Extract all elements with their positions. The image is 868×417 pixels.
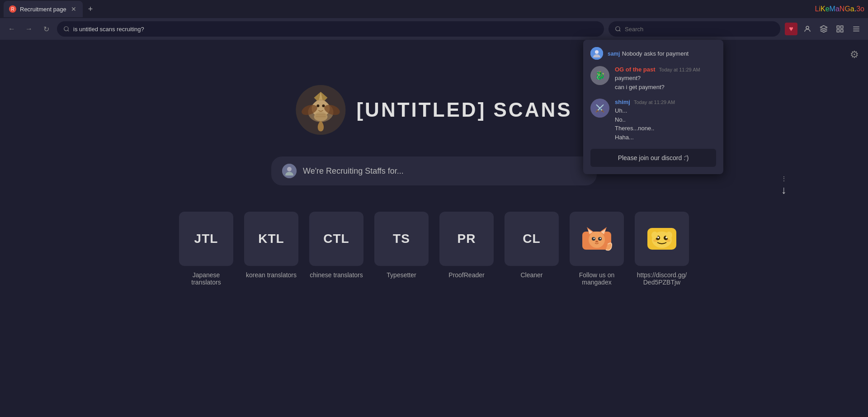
tab-title: Recruitment page	[20, 6, 66, 13]
top-msg-username: samj	[608, 51, 620, 57]
browser-chrome: R Recruitment page ✕ + LiKeMaNGa.3o ← → …	[0, 0, 868, 40]
top-msg-text: Nobody asks for payment	[622, 50, 689, 57]
recruiting-bar: We're Recruiting Staffs for...	[271, 156, 597, 185]
discord-msg-1: 🐉 OG of the past Today at 11:29 AM payme…	[590, 66, 716, 91]
svg-point-36	[594, 238, 595, 239]
role-card-cl[interactable]: CL Cleaner	[505, 212, 559, 279]
back-button[interactable]: ←	[5, 23, 18, 35]
role-label-mangadex: Follow us onmangadex	[579, 271, 615, 286]
svg-rect-6	[841, 26, 843, 28]
msg2-line3: Theres...none..	[615, 124, 675, 133]
main-content: ⚙	[0, 40, 868, 417]
role-label-ktl: korean translators	[246, 271, 297, 279]
forward-button[interactable]: →	[23, 23, 35, 35]
role-icon-box-discord	[635, 212, 689, 266]
role-card-discord[interactable]: https://discord.gg/Ded5PZBTjw	[635, 212, 689, 286]
search-input[interactable]	[625, 26, 774, 33]
msg2-time: Today at 11:29 AM	[634, 100, 675, 105]
toolbar-icons: ♥	[785, 23, 863, 35]
svg-point-0	[64, 27, 68, 31]
recruiting-text: We're Recruiting Staffs for...	[303, 166, 404, 176]
top-message-row: samj Nobody asks for payment	[590, 47, 716, 60]
msg1-username: OG of the past	[615, 66, 656, 73]
svg-point-37	[600, 238, 601, 239]
refresh-button[interactable]: ↻	[40, 23, 52, 35]
active-tab[interactable]: R Recruitment page ✕	[4, 1, 83, 17]
role-card-jtl[interactable]: JTL Japanese translators	[179, 212, 233, 286]
discord-icon	[646, 223, 678, 255]
role-icon-box-mangadex	[570, 212, 624, 266]
msg1-avatar: 🐉	[590, 66, 609, 85]
svg-rect-7	[837, 30, 839, 32]
svg-point-47	[653, 239, 658, 242]
search-bar-icon	[615, 26, 621, 32]
role-label-cl: Cleaner	[520, 271, 542, 279]
mangadex-icon	[580, 223, 613, 255]
heart-button[interactable]: ♥	[785, 23, 797, 35]
msg2-header: shimj Today at 11:29 AM	[615, 99, 675, 105]
top-msg-avatar	[590, 47, 603, 60]
role-label-jtl: Japanese translators	[179, 271, 233, 286]
role-card-ctl[interactable]: CTL chinese translators	[309, 212, 363, 279]
site-logo: LiKeMaNGa.3o	[815, 5, 864, 13]
tab-favicon: R	[9, 5, 16, 13]
msg1-time: Today at 11:29 AM	[659, 67, 700, 72]
svg-point-38	[595, 241, 598, 242]
role-box-pr: PR	[439, 212, 494, 266]
msg2-avatar: ⚔️	[590, 99, 609, 118]
svg-point-45	[651, 232, 658, 239]
svg-point-48	[666, 239, 670, 242]
tab-bar: R Recruitment page ✕ + LiKeMaNGa.3o	[0, 0, 868, 18]
role-card-mangadex[interactable]: Follow us onmangadex	[570, 212, 624, 286]
svg-point-46	[666, 232, 672, 239]
user-icon-button[interactable]	[801, 23, 814, 35]
svg-point-4	[806, 26, 809, 29]
tab-close-button[interactable]: ✕	[70, 5, 77, 13]
group-title: [UNTITLED] SCANS	[356, 99, 572, 121]
svg-point-27	[287, 167, 292, 171]
discord-msg-2: ⚔️ shimj Today at 11:29 AM Uh... No.. Th…	[590, 99, 716, 142]
address-bar[interactable]	[57, 21, 604, 37]
svg-point-19	[316, 104, 319, 107]
menu-icon-button[interactable]	[850, 23, 863, 35]
role-box-ktl: KTL	[244, 212, 298, 266]
svg-point-20	[322, 104, 325, 107]
msg2-line4: Haha...	[615, 133, 675, 142]
svg-point-2	[616, 27, 620, 31]
msg1-text: payment? can i get payment?	[615, 74, 700, 91]
role-card-ts[interactable]: TS Typesetter	[374, 212, 429, 279]
search-bar[interactable]	[609, 21, 780, 37]
svg-point-50	[595, 50, 599, 54]
recruiting-avatar	[282, 164, 297, 178]
msg2-body: shimj Today at 11:29 AM Uh... No.. There…	[615, 99, 675, 142]
scroll-down-arrow[interactable]: ⋮ ↓	[781, 175, 787, 196]
top-msg-content: samj Nobody asks for payment	[608, 49, 689, 57]
discord-footer-text: Please join our discord :')	[618, 154, 689, 161]
msg2-line2: No..	[615, 115, 675, 124]
extension-icon-button[interactable]	[817, 23, 830, 35]
new-tab-button[interactable]: +	[85, 5, 97, 14]
discord-footer: Please join our discord :')	[590, 149, 716, 167]
search-icon	[63, 26, 70, 32]
address-input[interactable]	[73, 26, 598, 33]
role-box-jtl: JTL	[179, 212, 233, 266]
settings-gear-icon[interactable]: ⚙	[850, 49, 859, 61]
group-header: [UNTITLED] SCANS	[296, 85, 572, 135]
address-bar-row: ← → ↻ ♥	[0, 18, 868, 40]
role-label-discord: https://discord.gg/Ded5PZBTjw	[637, 271, 687, 286]
role-card-pr[interactable]: PR ProofReader	[439, 212, 494, 279]
svg-text:⚔️: ⚔️	[595, 104, 604, 113]
role-label-ctl: chinese translators	[310, 271, 363, 279]
msg2-text: Uh... No.. Theres...none.. Haha...	[615, 106, 675, 142]
role-box-ctl: CTL	[309, 212, 363, 266]
role-card-ktl[interactable]: KTL korean translators	[244, 212, 298, 279]
msg1-line1: payment?	[615, 74, 700, 83]
role-box-ts: TS	[374, 212, 429, 266]
msg1-header: OG of the past Today at 11:29 AM	[615, 66, 700, 73]
msg1-line2: can i get payment?	[615, 83, 700, 92]
svg-point-29	[589, 232, 605, 248]
roles-container: JTL Japanese translators KTL korean tran…	[179, 212, 689, 286]
svg-rect-5	[837, 26, 839, 28]
svg-rect-8	[841, 30, 843, 32]
grid-icon-button[interactable]	[834, 23, 846, 35]
